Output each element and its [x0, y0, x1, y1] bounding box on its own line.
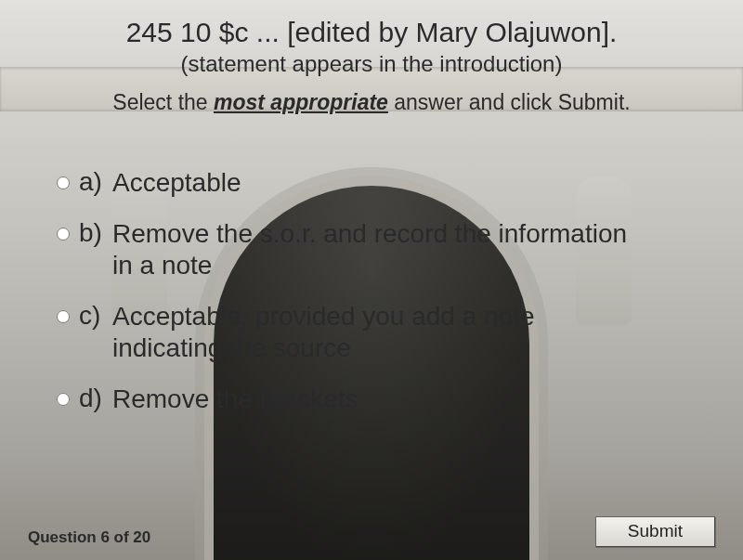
- answer-text: Acceptable, provided you add a note indi…: [112, 301, 632, 363]
- answer-letter: b): [79, 218, 112, 248]
- question-progress: Question 6 of 20: [28, 528, 150, 547]
- answer-letter: c): [79, 301, 112, 331]
- answer-radio-d[interactable]: [57, 393, 70, 406]
- instruction-pre: Select the: [112, 90, 214, 114]
- footer-bar: Question 6 of 20 Submit: [0, 516, 743, 547]
- question-subheading: (statement appears in the introduction): [45, 51, 698, 77]
- answer-option-a[interactable]: a) Acceptable: [52, 167, 698, 199]
- instruction-post: answer and click Submit.: [388, 90, 631, 114]
- quiz-panel: 245 10 $c ... [edited by Mary Olajuwon].…: [0, 0, 743, 560]
- instruction-emphasis: most appropriate: [214, 90, 388, 114]
- answer-text: Acceptable: [112, 167, 241, 199]
- answer-option-b[interactable]: b) Remove the s.o.r. and record the info…: [52, 218, 698, 280]
- answer-letter: a): [79, 167, 112, 197]
- answer-radio-a[interactable]: [57, 176, 70, 189]
- submit-button[interactable]: Submit: [595, 516, 715, 547]
- answer-letter: d): [79, 384, 112, 413]
- question-instruction: Select the most appropriate answer and c…: [45, 90, 698, 115]
- answer-text: Remove the brackets: [112, 384, 358, 415]
- answer-option-d[interactable]: d) Remove the brackets: [52, 384, 698, 415]
- answer-option-c[interactable]: c) Acceptable, provided you add a note i…: [52, 301, 698, 363]
- question-heading: 245 10 $c ... [edited by Mary Olajuwon].: [45, 17, 698, 49]
- answer-radio-b[interactable]: [57, 228, 70, 241]
- answer-text: Remove the s.o.r. and record the informa…: [112, 218, 632, 280]
- answer-options: a) Acceptable b) Remove the s.o.r. and r…: [45, 167, 698, 416]
- answer-radio-c[interactable]: [57, 310, 70, 323]
